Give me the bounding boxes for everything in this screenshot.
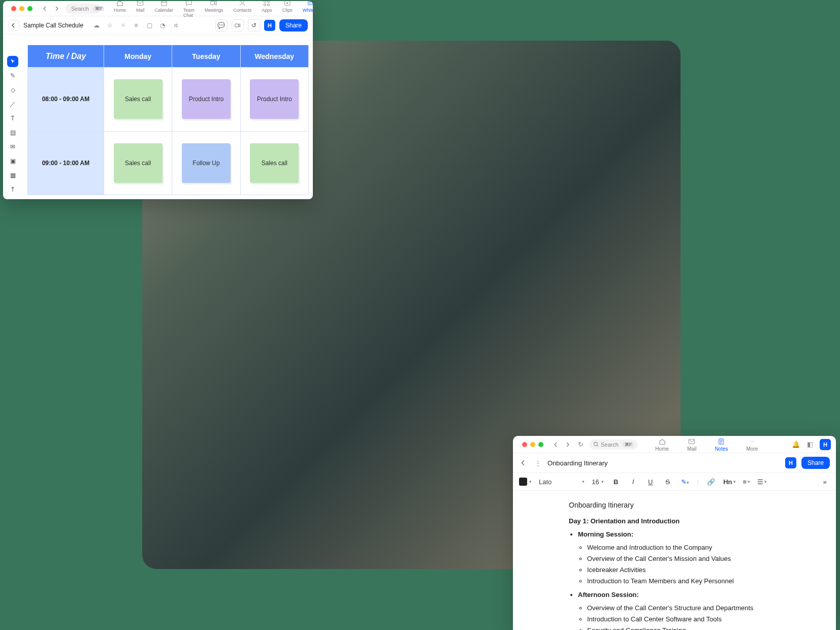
italic-button[interactable]: I: [628, 478, 638, 486]
sticky-note[interactable]: Sales call: [114, 143, 163, 183]
notes-subbar: ⋮ Onboarding Itinerary H Share: [513, 453, 836, 472]
formatting-toolbar: ▾ Lato ▾ 16 ▾ B I U S ✎▾ | 🔗 Hn▾ ≡▾ ☰▾ »: [513, 472, 836, 491]
col-header-tuesday: Tuesday: [172, 45, 240, 68]
close-window-button[interactable]: [11, 6, 16, 11]
nav-home[interactable]: Home: [655, 437, 669, 452]
select-tool[interactable]: [7, 56, 18, 67]
chevron-down-icon: ▾: [582, 479, 585, 484]
text-tool[interactable]: T: [7, 113, 18, 124]
more-tools[interactable]: ⋯: [7, 198, 18, 199]
share-button[interactable]: Share: [801, 457, 830, 469]
history-button[interactable]: ↺: [248, 19, 260, 32]
link-button[interactable]: 🔗: [706, 478, 716, 486]
document-title: Onboarding Itinerary: [547, 459, 608, 467]
session-label: Afternoon Session:: [578, 591, 639, 598]
user-avatar[interactable]: H: [820, 439, 831, 450]
tool-rail: ✎ ◇ ／ T ▤ ✉ ▣ ▦ ⤒ ⋯: [7, 56, 18, 199]
nav-forward-button[interactable]: [563, 440, 572, 449]
strikethrough-button[interactable]: S: [663, 478, 673, 486]
time-cell: 09:00 - 10:00 AM: [28, 131, 104, 195]
nav-mail[interactable]: Mail: [687, 437, 696, 452]
line-tool[interactable]: ／: [7, 99, 18, 110]
home-icon: [658, 437, 666, 446]
doc-heading: Onboarding Itinerary: [569, 500, 780, 511]
sticky-note[interactable]: Product Intro: [250, 79, 299, 119]
upload-tool[interactable]: ⤒: [7, 184, 18, 195]
whiteboard-canvas[interactable]: Time / Day Monday Tuesday Wednesday 08:0…: [27, 45, 309, 195]
user-avatar[interactable]: H: [785, 457, 796, 468]
notes-editor[interactable]: Onboarding Itinerary Day 1: Orientation …: [513, 491, 836, 630]
underline-button[interactable]: U: [645, 478, 656, 486]
bell-icon[interactable]: 🔔: [791, 440, 800, 449]
minimize-window-button[interactable]: [19, 6, 24, 11]
nav-home[interactable]: Home: [114, 1, 126, 18]
svg-rect-7: [264, 4, 266, 6]
shape-tool[interactable]: ◇: [7, 84, 18, 96]
nav-whiteboard[interactable]: White…: [303, 1, 313, 18]
nav-back-button[interactable]: [41, 4, 50, 13]
nav-contacts[interactable]: Contacts: [234, 1, 252, 18]
search-shortcut: ⌘F: [623, 442, 634, 447]
list-icon[interactable]: ≡: [132, 21, 140, 29]
nav-apps[interactable]: Apps: [262, 1, 272, 18]
refresh-button[interactable]: ↻: [576, 440, 585, 449]
text-color-picker[interactable]: ▾: [519, 478, 532, 486]
more-icon: ⋯: [748, 437, 756, 446]
close-window-button[interactable]: [522, 442, 527, 447]
highlight-button[interactable]: ✎▾: [680, 478, 690, 486]
user-avatar[interactable]: H: [264, 20, 275, 31]
bold-button[interactable]: B: [611, 478, 621, 486]
heading-select[interactable]: Hn▾: [723, 478, 735, 486]
align-select[interactable]: ≡▾: [743, 478, 751, 486]
nav-back-button[interactable]: [552, 440, 561, 449]
comment-button[interactable]: 💬: [215, 19, 228, 32]
schedule-row: 09:00 - 10:00 AM Sales call Follow Up Sa…: [28, 131, 309, 195]
list-item: Overview of the Call Center's Structure …: [587, 603, 780, 613]
mail-icon: [688, 437, 696, 446]
maximize-window-button[interactable]: [27, 6, 33, 11]
star-icon[interactable]: ☆: [106, 21, 114, 29]
comment-tool[interactable]: ✉: [7, 141, 18, 152]
more-options-button[interactable]: ⋮: [533, 458, 542, 467]
table-tool[interactable]: ▦: [7, 170, 18, 181]
nav-forward-button[interactable]: [52, 4, 61, 13]
nav-notes[interactable]: Notes: [715, 437, 728, 452]
presentation-icon[interactable]: ▢: [145, 21, 153, 29]
branch-icon[interactable]: ⑂: [119, 21, 127, 29]
nav-meetings[interactable]: Meetings: [205, 1, 223, 18]
search-input[interactable]: Search ⌘F: [589, 439, 638, 450]
svg-rect-11: [235, 24, 239, 27]
sticky-tool[interactable]: ▤: [7, 127, 18, 138]
timer-icon[interactable]: ◔: [158, 21, 167, 29]
cloud-sync-icon[interactable]: ☁︎: [92, 21, 101, 29]
nav-clips[interactable]: Clips: [282, 1, 293, 18]
sticky-note[interactable]: Product Intro: [182, 79, 231, 119]
calendar-icon: [160, 1, 168, 7]
back-button[interactable]: [8, 20, 19, 31]
whiteboard-window: Search ⌘F Home Mail Calendar Team Chat: [3, 1, 313, 199]
back-button[interactable]: [519, 458, 528, 467]
sticky-note[interactable]: Follow Up: [182, 143, 231, 183]
clips-icon: [283, 1, 292, 7]
nav-mail[interactable]: Mail: [136, 1, 145, 18]
notes-nav: Home Mail Notes ⋯ More: [655, 437, 758, 452]
record-button[interactable]: [232, 19, 244, 32]
maximize-window-button[interactable]: [538, 442, 543, 447]
sticky-note[interactable]: Sales call: [250, 143, 299, 183]
font-family-select[interactable]: Lato ▾: [539, 478, 585, 486]
sticky-note[interactable]: Sales call: [114, 79, 163, 119]
frame-tool[interactable]: ▣: [7, 155, 18, 167]
toolbar-overflow-button[interactable]: »: [820, 478, 830, 486]
font-size-select[interactable]: 16 ▾: [592, 478, 603, 486]
doc-quick-actions: ☁︎ ☆ ⑂ ≡ ▢ ◔ ⤭: [92, 21, 180, 29]
nav-team-chat[interactable]: Team Chat: [183, 1, 195, 18]
nav-calendar[interactable]: Calendar: [155, 1, 174, 18]
list-select[interactable]: ☰▾: [757, 478, 767, 486]
pen-tool[interactable]: ✎: [7, 70, 18, 81]
panel-icon[interactable]: ◧: [805, 440, 815, 449]
shuffle-icon[interactable]: ⤭: [172, 21, 180, 29]
minimize-window-button[interactable]: [530, 442, 535, 447]
share-button[interactable]: Share: [279, 19, 308, 32]
nav-more[interactable]: ⋯ More: [747, 437, 758, 452]
search-input[interactable]: Search ⌘F: [65, 4, 101, 14]
